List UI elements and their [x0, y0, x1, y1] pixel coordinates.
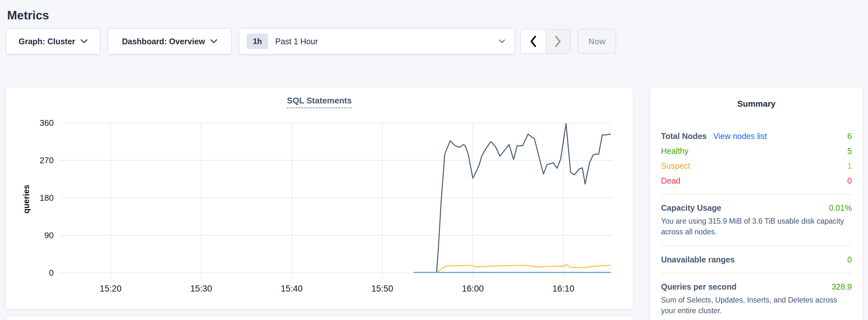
queries-per-second-label: Queries per second	[661, 282, 736, 292]
capacity-usage-description: You are using 315.9 MiB of 3.6 TiB usabl…	[661, 216, 852, 237]
chevron-down-icon	[499, 39, 505, 43]
chevron-down-icon	[81, 39, 88, 44]
view-nodes-list-link[interactable]: View nodes list	[713, 132, 767, 140]
graph-dropdown-label: Graph: Cluster	[19, 37, 75, 46]
total-nodes-value: 6	[847, 131, 852, 141]
sql-statements-chart-card: SQL Statements 09018027036015:2015:3015:…	[6, 87, 633, 309]
now-button[interactable]: Now	[578, 29, 616, 54]
svg-text:15:30: 15:30	[190, 284, 212, 293]
suspect-value: 1	[847, 161, 852, 171]
dead-nodes-row: Dead 0	[661, 176, 852, 186]
summary-panel: Summary Total NodesView nodes list 6 Hea…	[650, 88, 863, 320]
svg-text:15:20: 15:20	[100, 284, 122, 293]
capacity-usage-section: Capacity Usage 0.01% You are using 315.9…	[661, 203, 852, 237]
svg-text:15:50: 15:50	[371, 284, 393, 293]
time-next-button[interactable]	[546, 29, 570, 53]
healthy-label: Healthy	[661, 146, 688, 156]
capacity-usage-label: Capacity Usage	[661, 203, 721, 213]
divider	[661, 246, 852, 246]
queries-per-second-value: 328.9	[832, 282, 852, 292]
svg-text:90: 90	[44, 230, 54, 240]
sql-statements-plot-area[interactable]: 09018027036015:2015:3015:4015:5016:0016:…	[6, 87, 633, 309]
chevron-right-icon	[554, 36, 562, 47]
dashboard-dropdown[interactable]: Dashboard: Overview	[108, 28, 231, 54]
dead-value: 0	[847, 176, 852, 186]
total-nodes-label: Total Nodes	[661, 132, 707, 140]
svg-text:15:40: 15:40	[281, 284, 303, 293]
divider	[661, 273, 852, 274]
unavailable-ranges-label: Unavailable ranges	[661, 255, 735, 264]
svg-text:270: 270	[40, 156, 54, 165]
nodes-summary-section: Total NodesView nodes list 6 Healthy 5 S…	[661, 131, 852, 186]
svg-text:16:10: 16:10	[552, 284, 575, 293]
summary-title: Summary	[661, 99, 852, 108]
svg-text:0: 0	[49, 268, 54, 278]
healthy-value: 5	[847, 146, 852, 156]
time-range-label: Past 1 Hour	[275, 37, 318, 46]
next-chart-card-partial	[6, 316, 633, 320]
time-step-button-group	[521, 29, 570, 54]
svg-text:16:00: 16:00	[462, 284, 484, 293]
capacity-usage-value: 0.01%	[829, 203, 852, 213]
suspect-nodes-row: Suspect 1	[661, 161, 852, 171]
total-nodes-row: Total NodesView nodes list 6	[661, 131, 852, 141]
healthy-nodes-row: Healthy 5	[661, 146, 852, 156]
page-title: Metrics	[7, 8, 49, 23]
time-range-badge: 1h	[247, 34, 268, 49]
time-range-dropdown[interactable]: 1h Past 1 Hour	[239, 28, 515, 54]
graph-dropdown[interactable]: Graph: Cluster	[6, 28, 100, 54]
chevron-down-icon	[210, 39, 217, 44]
divider	[661, 194, 852, 195]
chevron-left-icon	[529, 36, 537, 47]
svg-text:180: 180	[40, 193, 54, 203]
queries-per-second-section: Queries per second 328.9 Sum of Selects,…	[661, 282, 852, 316]
queries-per-second-description: Sum of Selects, Updates, Inserts, and De…	[661, 295, 852, 316]
metrics-page: { "page": { "title": "Metrics" }, "toolb…	[0, 0, 868, 320]
unavailable-ranges-value: 0	[847, 255, 852, 264]
svg-text:360: 360	[40, 118, 54, 128]
dead-label: Dead	[661, 176, 680, 186]
dashboard-dropdown-label: Dashboard: Overview	[122, 37, 205, 46]
time-prev-button[interactable]	[521, 29, 546, 53]
suspect-label: Suspect	[661, 161, 690, 171]
svg-text:queries: queries	[22, 185, 31, 214]
unavailable-ranges-section: Unavailable ranges 0	[661, 255, 852, 264]
